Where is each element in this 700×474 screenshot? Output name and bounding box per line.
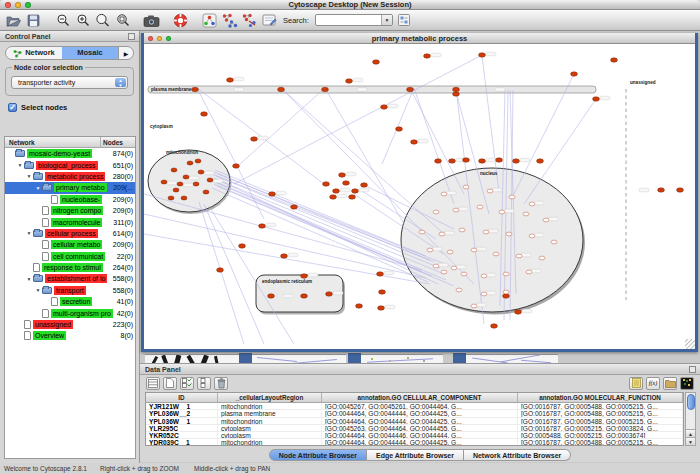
zoom-in-icon[interactable]	[74, 12, 91, 29]
network-node[interactable]	[451, 266, 457, 270]
background-window-fragment[interactable]	[252, 354, 346, 363]
network-node[interactable]	[269, 192, 276, 196]
network-node[interactable]	[611, 58, 618, 62]
tree-row-transport[interactable]: ▼transport558(0)	[5, 285, 135, 296]
table-row[interactable]: YJR121W__1mitochondrion[GO:0045267, GO:0…	[146, 403, 683, 410]
inner-minimize-button[interactable]	[157, 36, 162, 41]
network-node[interactable]	[433, 210, 439, 214]
table-column-header[interactable]: _cellularLayoutRegion	[218, 393, 322, 402]
network-node[interactable]	[251, 137, 258, 141]
network-node[interactable]	[322, 87, 329, 91]
network-node[interactable]	[529, 234, 535, 238]
zoom-selected-icon[interactable]	[94, 12, 111, 29]
network-node[interactable]	[516, 254, 522, 258]
network-node[interactable]	[463, 158, 470, 162]
network-node[interactable]	[513, 159, 520, 163]
tree-row-cell-communicat[interactable]: cell communicat22(0)	[5, 251, 135, 262]
tree-row-primary-metabo[interactable]: ▼primary metabo209(...	[5, 182, 135, 193]
network-node[interactable]	[539, 256, 545, 260]
scroll-up-icon[interactable]: ▲	[686, 429, 695, 437]
select-all-attributes-icon[interactable]	[180, 377, 194, 390]
network-node[interactable]	[173, 188, 179, 192]
network-node[interactable]	[456, 288, 462, 292]
network-node[interactable]	[441, 270, 447, 274]
network-node[interactable]	[301, 294, 308, 298]
tree-expand-icon[interactable]: ▼	[34, 287, 42, 293]
network-node[interactable]	[187, 161, 193, 165]
network-node[interactable]	[207, 178, 213, 182]
network-node[interactable]	[551, 240, 557, 244]
network-node[interactable]	[407, 87, 414, 91]
tree-row-nitrogen-compo[interactable]: nitrogen compo209(0)	[5, 205, 135, 216]
background-window-fragment[interactable]	[145, 354, 239, 363]
tree-row-establishment-of-lo[interactable]: ▼establishment of lo558(0)	[5, 273, 135, 284]
network-node[interactable]	[481, 274, 487, 278]
network-node[interactable]	[571, 72, 578, 76]
network-node[interactable]	[333, 189, 340, 193]
network-node[interactable]	[377, 272, 384, 276]
network-node[interactable]	[503, 272, 509, 276]
network-node[interactable]	[593, 97, 600, 101]
tree-expand-icon[interactable]: ▼	[25, 230, 33, 236]
vizmapper-icon[interactable]	[201, 12, 218, 29]
network-canvas[interactable]: plasma membranecytoplasmmitochondrionnuc…	[144, 44, 695, 349]
tree-row-overview[interactable]: Overview8(0)	[5, 330, 135, 341]
zoom-fit-icon[interactable]	[114, 12, 131, 29]
tree-row-cellular-metabo[interactable]: cellular metabo209(0)	[5, 239, 135, 250]
search-input[interactable]: ▼	[315, 14, 393, 26]
network-node[interactable]	[330, 195, 337, 199]
network-node[interactable]	[193, 182, 199, 186]
destroy-view-icon[interactable]	[241, 12, 258, 29]
network-node[interactable]	[496, 158, 503, 162]
save-icon[interactable]	[25, 12, 42, 29]
network-node[interactable]	[537, 159, 544, 163]
network-node[interactable]	[471, 248, 477, 252]
network-node[interactable]	[658, 188, 665, 192]
tree-row-multi-organism-pro[interactable]: multi-organism pro42(0)	[5, 307, 135, 318]
close-button[interactable]	[5, 2, 11, 8]
tree-expand-icon[interactable]: ▼	[16, 162, 24, 168]
tree-expand-icon[interactable]: ▼	[25, 276, 33, 282]
network-node[interactable]	[461, 272, 467, 276]
network-node[interactable]	[396, 127, 403, 131]
tree-row-response-to-stimul[interactable]: response to stimul264(0)	[5, 262, 135, 273]
network-node[interactable]	[487, 189, 493, 193]
tree-row-nucleobase-[interactable]: nucleobase-209(0)	[5, 194, 135, 205]
tab-node-attribute-browser[interactable]: Node Attribute Browser	[269, 449, 367, 461]
network-node[interactable]	[381, 105, 388, 109]
help-icon[interactable]	[172, 12, 189, 29]
attribute-select-icon[interactable]	[146, 377, 160, 390]
background-window-fragment[interactable]	[466, 354, 558, 363]
tabs-overflow-arrow[interactable]: ▶	[118, 47, 133, 59]
table-column-header[interactable]: annotation.GO MOLECULAR_FUNCTION	[518, 393, 683, 402]
create-view-icon[interactable]	[221, 12, 238, 29]
app-titlebar[interactable]: Cytoscape Desktop (New Session)	[0, 0, 700, 10]
network-node[interactable]	[268, 294, 275, 298]
tree-expand-icon[interactable]: ▼	[25, 173, 33, 179]
unselect-all-attributes-icon[interactable]	[197, 377, 211, 390]
network-node[interactable]	[453, 87, 460, 91]
network-node[interactable]	[479, 53, 486, 57]
network-node[interactable]	[523, 212, 529, 216]
network-node[interactable]	[503, 290, 509, 294]
network-node[interactable]	[677, 188, 684, 192]
background-window-fragment[interactable]	[361, 354, 443, 363]
network-node[interactable]	[424, 54, 431, 58]
tab-edge-attribute-browser[interactable]: Edge Attribute Browser	[367, 449, 464, 461]
tree-expand-icon[interactable]: ▼	[34, 185, 42, 191]
node-color-select[interactable]: transporter activity ▲▼	[11, 76, 128, 89]
tree-row-unassigned[interactable]: unassigned223(0)	[5, 319, 135, 330]
network-node[interactable]	[349, 195, 356, 199]
network-window-titlebar[interactable]: primary metabolic process	[144, 33, 695, 44]
network-node[interactable]	[343, 181, 350, 185]
network-node[interactable]	[449, 159, 456, 163]
network-node[interactable]	[483, 230, 489, 234]
network-node[interactable]	[459, 228, 465, 232]
network-node[interactable]	[233, 164, 240, 168]
tab-network[interactable]: Network	[6, 47, 62, 59]
network-node[interactable]	[281, 254, 288, 258]
inner-close-button[interactable]	[148, 36, 153, 41]
scroll-down-icon[interactable]: ▼	[686, 437, 695, 445]
network-node[interactable]	[503, 294, 510, 298]
network-node[interactable]	[168, 196, 174, 200]
